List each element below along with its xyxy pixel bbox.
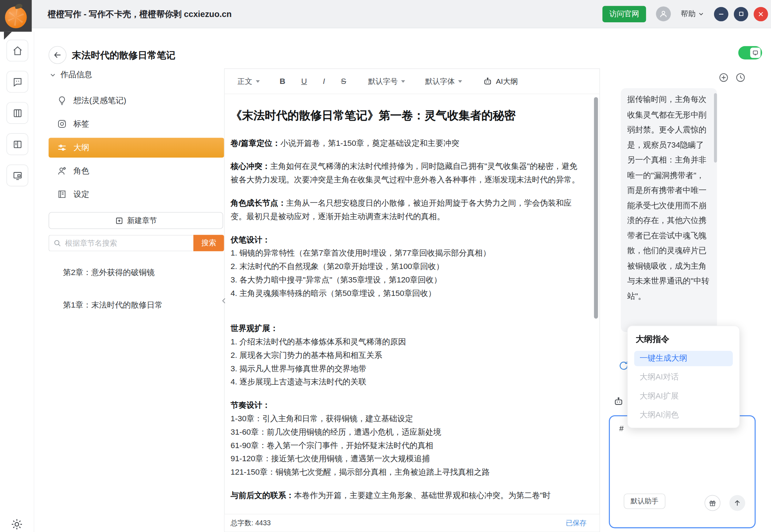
extra-action-button[interactable] (704, 495, 720, 511)
lightbulb-icon (57, 96, 67, 105)
app-title: 橙橙写作 - 写作不卡壳，橙橙帮你剥 ccxiezuo.cn (47, 8, 232, 19)
sidebar-item-label: 设定 (73, 189, 89, 199)
italic-button[interactable]: I (323, 77, 325, 86)
ai-input-area: # 默认助手 (609, 415, 755, 528)
section-label: 作品信息 (61, 70, 92, 80)
window-controls (714, 7, 768, 21)
project-title: 末法时代的散修日常笔记 (72, 49, 176, 62)
orange-logo-icon (5, 6, 27, 28)
sidebar-item-label: 标签 (73, 119, 89, 129)
new-chat-button[interactable] (719, 72, 729, 82)
workspace-button[interactable] (6, 165, 28, 187)
chapter-list-item[interactable]: 第2章：意外获得的破铜镜 (63, 265, 155, 279)
menu-item-outline-polish[interactable]: 大纲AI润色 (634, 407, 733, 423)
maximize-button[interactable] (734, 7, 748, 21)
sidebar-item-outline[interactable]: 大纲 (49, 138, 224, 158)
editor-statusbar: 总字数: 4433 已保存 (225, 514, 599, 532)
search-button[interactable]: 搜索 (193, 235, 224, 251)
font-family-select[interactable]: 默认字体 (425, 76, 462, 86)
library-button[interactable] (6, 102, 28, 124)
titlebar: 橙橙写作 - 写作不卡壳，橙橙帮你剥 ccxiezuo.cn 访问官网 帮助 (0, 0, 771, 28)
editor: 正文 B U I S 默认字号 默认字体 AI大纲 《末法时代的散修日常笔记》第… (224, 68, 600, 532)
save-status: 已保存 (566, 519, 586, 527)
document-editor[interactable]: 《末法时代的散修日常笔记》第一卷：灵气收集者的秘密 卷/篇章定位：小说开篇卷，第… (225, 94, 599, 515)
word-count: 总字数: 4433 (231, 519, 271, 527)
menu-item-outline-expand[interactable]: 大纲AI扩展 (634, 389, 733, 404)
chevron-down-icon (50, 72, 56, 78)
help-label: 帮助 (681, 9, 696, 19)
ai-panel-scrollbar[interactable] (714, 93, 717, 162)
user-icon (659, 10, 668, 18)
doc-paragraph: 角色成长节点：主角从一名只想安稳度日的小散修，被迫开始周旋于各大势力之间，学会伪… (231, 196, 583, 223)
section-work-info[interactable]: 作品信息 (50, 70, 92, 80)
new-chapter-button[interactable]: 新建章节 (49, 212, 223, 229)
font-size-label: 默认字号 (368, 76, 398, 86)
ai-response-text: 据传输时间，主角每次收集灵气都在无形中削弱封禁。更令人震惊的是，观察员734隐瞒… (621, 88, 717, 332)
chevron-left-icon (221, 296, 228, 306)
new-chapter-label: 新建章节 (127, 216, 157, 225)
history-button[interactable] (735, 72, 746, 82)
reader-icon (12, 139, 22, 149)
close-icon (758, 11, 764, 17)
chapter-search-input[interactable] (49, 235, 193, 251)
menu-item-generate-outline[interactable]: 一键生成大纲 (634, 351, 733, 366)
app-logo (0, 0, 32, 32)
sidebar-item-characters[interactable]: 角色 (49, 161, 224, 181)
chapter-list-item[interactable]: 第1章：末法时代的散修日常 (63, 298, 163, 312)
close-button[interactable] (754, 7, 768, 21)
sidebar-item-ideas[interactable]: 想法(灵感笔记) (49, 91, 224, 110)
sidebar-item-tags[interactable]: 标签 (49, 114, 224, 134)
bold-button[interactable]: B (280, 77, 285, 86)
plus-circle-icon (719, 72, 729, 82)
project-panel: 末法时代的散修日常笔记 作品信息 想法(灵感笔记) 标签 大纲 角色 设定 新建… (34, 28, 224, 532)
minimize-icon (718, 11, 724, 17)
collapse-panel-handle[interactable] (220, 294, 228, 307)
chevron-down-icon (458, 80, 462, 82)
doc-paragraph: 核心冲突：主角如何在灵气稀薄的末法时代维持修为，同时隐藏自己拥有"灵气收集器"的… (231, 160, 583, 187)
home-button[interactable] (6, 40, 28, 62)
assistant-robot-icon (613, 396, 624, 407)
arrow-left-icon (53, 51, 62, 59)
outline-command-popup: 大纲指令 一键生成大纲 大纲AI对话 大纲AI扩展 大纲AI润色 (627, 326, 740, 428)
help-menu[interactable]: 帮助 (681, 9, 704, 19)
user-avatar[interactable] (656, 6, 671, 21)
app-window: 橙橙写作 - 写作不卡壳，橙橙帮你剥 ccxiezuo.cn 访问官网 帮助 (0, 0, 771, 532)
font-family-label: 默认字体 (425, 76, 455, 86)
titlebar-actions: 访问官网 帮助 (602, 6, 771, 22)
left-icon-rail (0, 32, 34, 532)
search-icon (53, 239, 62, 247)
add-square-icon (115, 216, 123, 225)
sidebar-item-label: 想法(灵感笔记) (73, 96, 126, 106)
send-button[interactable] (729, 495, 745, 511)
messages-button[interactable] (6, 71, 28, 93)
toggle-knob-icon (750, 47, 760, 58)
visit-site-button[interactable]: 访问官网 (602, 6, 646, 22)
ai-prompt-input[interactable]: # (618, 423, 720, 485)
back-button[interactable] (49, 46, 66, 64)
sidebar-item-label: 大纲 (73, 143, 89, 153)
sidebar-item-settings[interactable]: 设定 (49, 184, 224, 204)
settings-button[interactable] (10, 518, 23, 531)
paragraph-style-select[interactable]: 正文 (238, 76, 260, 86)
doc-paragraph: 世界观扩展： 1. 介绍末法时代的基本修炼体系和灵气稀薄的原因 2. 展现各大宗… (231, 322, 583, 389)
menu-item-outline-chat[interactable]: 大纲AI对话 (634, 370, 733, 385)
gift-icon (709, 499, 716, 507)
history-clock-icon (735, 72, 746, 82)
strikethrough-button[interactable]: S (341, 77, 346, 86)
settings-gear-icon (10, 518, 23, 531)
chevron-down-icon (256, 80, 260, 82)
editor-scrollbar[interactable] (594, 97, 598, 319)
editor-toolbar: 正文 B U I S 默认字号 默认字体 AI大纲 (225, 69, 599, 94)
underline-button[interactable]: U (301, 77, 307, 86)
paragraph-style-label: 正文 (238, 76, 253, 86)
assistant-selector-button[interactable]: 默认助手 (624, 493, 665, 509)
ai-outline-button[interactable]: AI大纲 (483, 76, 518, 86)
settings-book-icon (57, 189, 67, 199)
minimize-button[interactable] (714, 7, 729, 21)
doc-paragraph: 节奏设计： 1-30章：引入主角和日常，获得铜镜，建立基础设定 31-60章：前… (231, 399, 583, 479)
reader-button[interactable] (6, 133, 28, 155)
home-icon (12, 45, 22, 56)
preview-toggle[interactable] (738, 46, 762, 59)
font-size-select[interactable]: 默认字号 (368, 76, 405, 86)
doc-paragraph: 卷/篇章定位：小说开篇卷，第1-150章，奠定基础设定和主要冲突 (231, 136, 583, 150)
